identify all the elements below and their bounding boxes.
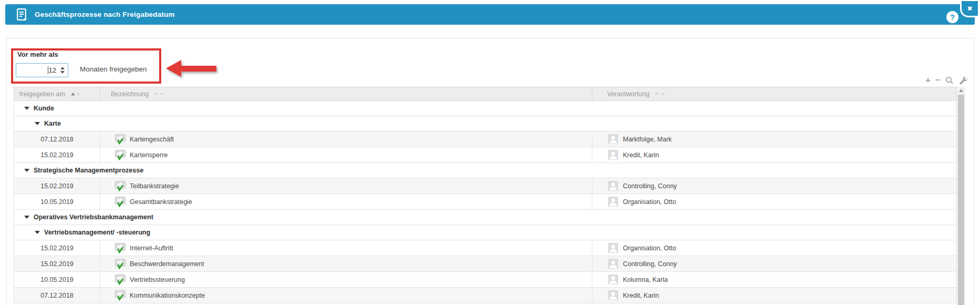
scrollbar-thumb[interactable] <box>958 95 964 305</box>
sort-asc-icon[interactable] <box>70 92 81 96</box>
scroll-up-icon <box>959 89 963 92</box>
group-label: Vertriebsmanagement/ -steuerung <box>44 229 150 236</box>
wrench-icon[interactable] <box>958 76 967 85</box>
process-name-cell[interactable]: Kartengeschäft <box>100 131 592 147</box>
table-row[interactable]: 07.12.2018KommunikationskonzepteKredit, … <box>14 288 957 303</box>
titlebar: Geschäftsprozesse nach Freigabedatum <box>5 4 975 25</box>
process-name-cell[interactable]: Gesamtbankstrategie <box>100 194 592 209</box>
process-name-cell[interactable]: Internet-Auftritt <box>100 240 592 256</box>
collapse-triangle-icon[interactable] <box>35 122 40 125</box>
release-date: 07.12.2018 <box>40 292 74 299</box>
release-date-cell: 15.02.2019 <box>14 147 100 162</box>
owner-cell: Kredit, Karin <box>592 150 956 160</box>
months-value: 12 <box>49 66 56 74</box>
release-date: 15.02.2019 <box>40 151 74 159</box>
column-header-freigegeben-am[interactable]: freigegeben am <box>14 87 100 100</box>
number-stepper[interactable] <box>58 67 66 74</box>
close-button[interactable]: ✖ <box>960 1 978 17</box>
owner-cell: Organisation, Otto <box>592 197 956 207</box>
process-name-cell[interactable]: Kartensperre <box>100 147 592 162</box>
table-row[interactable]: 10.05.2019VertriebssteuerungKolumna, Kar… <box>14 272 957 288</box>
person-icon <box>608 274 618 284</box>
filter-suffix-label: Monaten freigegeben <box>80 65 147 73</box>
group-row[interactable]: Vertriebsmanagement/ -steuerung <box>14 225 957 240</box>
group-row[interactable]: Strategische Managementprozesse <box>14 163 957 178</box>
owner-cell: Marktfolge, Mark <box>592 134 956 144</box>
process-approved-icon <box>114 149 127 160</box>
owner-name: Kolumna, Karla <box>623 276 668 283</box>
release-date: 15.02.2019 <box>40 245 74 252</box>
group-row[interactable]: Karte <box>14 116 957 131</box>
sort-icon[interactable] <box>654 92 666 96</box>
sort-icon[interactable] <box>153 92 165 96</box>
owner-name: Controlling, Conny <box>623 260 677 268</box>
process-name: Beschwerdemanagement <box>130 260 204 268</box>
owner-name: Organisation, Otto <box>623 245 676 252</box>
owner-name: Kredit, Karin <box>623 151 659 159</box>
scrollbar-up-button[interactable] <box>957 87 965 94</box>
collapse-all-button[interactable]: − <box>935 76 941 85</box>
table-row[interactable]: 15.02.2019KartensperreKredit, Karin <box>14 147 957 163</box>
group-row[interactable]: Operatives Vertriebsbankmanagement <box>14 210 957 225</box>
group-label: Karte <box>44 120 61 127</box>
process-approved-icon <box>114 196 127 207</box>
owner-cell: Controlling, Conny <box>592 259 956 269</box>
process-approved-icon <box>114 180 127 191</box>
owner-name: Controlling, Conny <box>623 182 677 190</box>
table-row[interactable]: 10.05.2019GesamtbankstrategieOrganisatio… <box>14 194 957 210</box>
person-icon <box>608 134 618 144</box>
stepper-up-icon[interactable] <box>60 67 65 69</box>
release-date-cell: 07.12.2018 <box>14 131 100 147</box>
process-name-cell[interactable]: Vertriebssteuerung <box>100 272 592 287</box>
process-name: Vertriebssteuerung <box>130 276 185 283</box>
group-label: Kunde <box>34 105 54 112</box>
table-row[interactable]: 15.02.2019TeilbankstrategieControlling, … <box>14 178 957 194</box>
column-header-bezeichnung[interactable]: Bezeichnung <box>100 87 592 100</box>
process-approved-icon <box>114 242 127 253</box>
collapse-triangle-icon[interactable] <box>24 216 29 219</box>
table-row[interactable]: 07.12.2018KartengeschäftMarktfolge, Mark <box>14 131 957 147</box>
table-toolbar: + − <box>925 76 967 85</box>
process-approved-icon <box>114 258 127 269</box>
person-icon <box>608 197 618 207</box>
person-icon <box>608 290 618 300</box>
owner-name: Organisation, Otto <box>623 198 676 206</box>
process-approved-icon <box>114 134 127 145</box>
process-name: Internet-Auftritt <box>130 245 173 252</box>
months-input[interactable]: 12 <box>16 63 68 77</box>
process-name: Kartengeschäft <box>130 136 174 143</box>
vertical-scrollbar[interactable] <box>957 87 965 305</box>
person-icon <box>608 181 618 191</box>
process-table: freigegeben am Bezeichnung <box>14 87 965 305</box>
stepper-down-icon[interactable] <box>60 71 65 74</box>
process-name-cell[interactable]: Teilbankstrategie <box>100 178 592 194</box>
release-date-cell: 15.02.2019 <box>14 256 100 271</box>
process-name: Gesamtbankstrategie <box>130 198 192 206</box>
collapse-triangle-icon[interactable] <box>35 231 40 234</box>
person-icon <box>608 150 618 160</box>
table-rows: KundeKarte07.12.2018KartengeschäftMarktf… <box>14 101 957 303</box>
help-button[interactable]: ? <box>946 11 958 23</box>
owner-cell: Organisation, Otto <box>592 243 956 253</box>
process-name-cell[interactable]: Kommunikationskonzepte <box>100 288 592 303</box>
owner-cell: Kolumna, Karla <box>592 274 956 284</box>
release-date: 15.02.2019 <box>40 182 74 190</box>
release-date: 10.05.2019 <box>40 198 74 206</box>
release-date-cell: 10.05.2019 <box>14 272 100 287</box>
close-icon: ✖ <box>967 5 972 12</box>
expand-all-button[interactable]: + <box>925 76 931 85</box>
release-date: 07.12.2018 <box>40 136 74 143</box>
process-name-cell[interactable]: Beschwerdemanagement <box>100 256 592 271</box>
release-date-cell: 07.12.2018 <box>14 288 100 303</box>
search-icon[interactable] <box>945 76 954 85</box>
collapse-triangle-icon[interactable] <box>24 107 29 110</box>
column-header-verantwortung[interactable]: Verantwortung <box>592 87 956 100</box>
owner-cell: Controlling, Conny <box>592 181 956 191</box>
filter-label: Vor mehr als <box>17 50 58 58</box>
table-row[interactable]: 15.02.2019BeschwerdemanagementControllin… <box>14 256 957 272</box>
collapse-triangle-icon[interactable] <box>24 169 29 172</box>
text-cursor <box>48 66 48 74</box>
window: Geschäftsprozesse nach Freigabedatum ? ✖… <box>0 0 980 305</box>
group-row[interactable]: Kunde <box>14 101 957 116</box>
table-row[interactable]: 15.02.2019Internet-AuftrittOrganisation,… <box>14 240 957 256</box>
